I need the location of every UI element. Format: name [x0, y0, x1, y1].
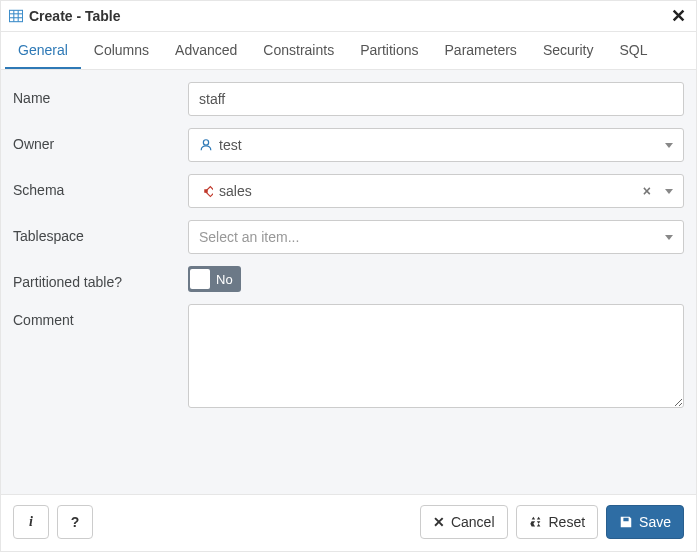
schema-select[interactable]: sales ×	[188, 174, 684, 208]
chevron-down-icon	[665, 189, 673, 194]
info-button[interactable]: i	[13, 505, 49, 539]
reset-label: Reset	[549, 514, 586, 530]
toggle-knob	[190, 269, 210, 289]
svg-point-5	[203, 140, 208, 145]
partitioned-toggle[interactable]: No	[188, 266, 241, 292]
tab-bar: General Columns Advanced Constraints Par…	[1, 32, 696, 70]
chevron-down-icon	[665, 143, 673, 148]
owner-value: test	[219, 137, 655, 153]
info-icon: i	[29, 514, 33, 530]
save-icon	[619, 515, 633, 529]
owner-select[interactable]: test	[188, 128, 684, 162]
svg-rect-7	[204, 189, 208, 193]
comment-textarea[interactable]	[188, 304, 684, 408]
toggle-label: No	[214, 272, 239, 287]
schema-value: sales	[219, 183, 637, 199]
close-icon: ✕	[433, 514, 445, 530]
clear-icon[interactable]: ×	[643, 183, 651, 199]
form-body: Name Owner test Schema	[1, 70, 696, 494]
table-icon	[9, 9, 23, 23]
label-tablespace: Tablespace	[13, 220, 188, 244]
save-button[interactable]: Save	[606, 505, 684, 539]
help-button[interactable]: ?	[57, 505, 93, 539]
tab-advanced[interactable]: Advanced	[162, 32, 250, 69]
window-title: Create - Table	[29, 8, 121, 24]
label-owner: Owner	[13, 128, 188, 152]
svg-rect-0	[9, 10, 22, 21]
user-icon	[199, 138, 213, 152]
close-icon[interactable]: ✕	[671, 7, 686, 25]
tablespace-placeholder: Select an item...	[199, 229, 655, 245]
tab-partitions[interactable]: Partitions	[347, 32, 431, 69]
label-comment: Comment	[13, 304, 188, 328]
tablespace-select[interactable]: Select an item...	[188, 220, 684, 254]
name-input[interactable]	[188, 82, 684, 116]
footer: i ? ✕ Cancel Reset Save	[1, 494, 696, 551]
title-bar: Create - Table ✕	[1, 1, 696, 32]
label-name: Name	[13, 82, 188, 106]
chevron-down-icon	[665, 235, 673, 240]
label-schema: Schema	[13, 174, 188, 198]
tab-columns[interactable]: Columns	[81, 32, 162, 69]
tab-sql[interactable]: SQL	[606, 32, 660, 69]
tab-general[interactable]: General	[5, 32, 81, 69]
help-icon: ?	[71, 514, 80, 530]
reset-button[interactable]: Reset	[516, 505, 599, 539]
cancel-label: Cancel	[451, 514, 495, 530]
tab-security[interactable]: Security	[530, 32, 607, 69]
save-label: Save	[639, 514, 671, 530]
schema-icon	[199, 184, 213, 198]
tab-parameters[interactable]: Parameters	[432, 32, 530, 69]
recycle-icon	[529, 515, 543, 529]
cancel-button[interactable]: ✕ Cancel	[420, 505, 508, 539]
tab-constraints[interactable]: Constraints	[250, 32, 347, 69]
label-partitioned: Partitioned table?	[13, 266, 188, 290]
